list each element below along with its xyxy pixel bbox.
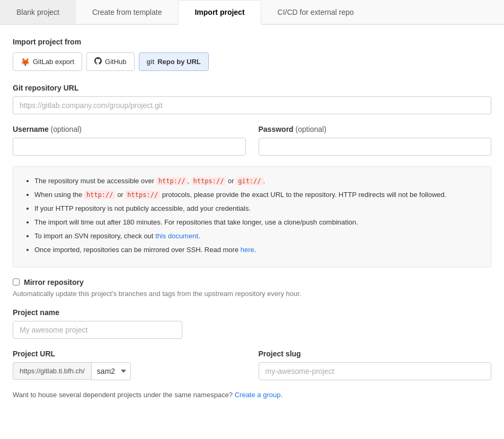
project-slug-input[interactable]	[259, 362, 492, 380]
code-https2: https://	[125, 191, 160, 199]
source-btn-git-url[interactable]: git Repo by URL	[139, 52, 209, 71]
mirror-label[interactable]: Mirror repository	[24, 278, 84, 286]
tab-bar: Blank project Create from template Impor…	[0, 0, 504, 25]
password-group: Password (optional)	[259, 125, 492, 156]
source-btn-github-label: GitHub	[105, 58, 126, 66]
import-source-section: Import project from 🦊 GitLab export GitH…	[13, 38, 491, 71]
info-item-3: If your HTTP repository is not publicly …	[34, 203, 480, 214]
mirror-checkbox[interactable]	[13, 279, 20, 285]
source-btn-github[interactable]: GitHub	[86, 52, 134, 71]
tab-import-project[interactable]: Import project	[178, 0, 261, 25]
main-content: Import project from 🦊 GitLab export GitH…	[0, 25, 504, 411]
project-name-input[interactable]	[13, 321, 182, 339]
info-item-2: When using the http:// or https:// proto…	[34, 189, 480, 201]
namespace-select[interactable]: sam2	[91, 362, 131, 380]
code-https1: https://	[191, 177, 226, 185]
code-http2: http://	[84, 191, 116, 199]
tab-cicd-external[interactable]: CI/CD for external repo	[261, 0, 370, 24]
git-icon: git	[147, 58, 155, 66]
create-group-link[interactable]: Create a group.	[235, 391, 282, 399]
project-name-group: Project name	[13, 308, 491, 339]
git-url-group: Git repository URL	[13, 84, 491, 114]
project-slug-group: Project slug	[259, 350, 492, 380]
username-input[interactable]	[13, 138, 246, 156]
source-btn-gitlab-label: GitLab export	[33, 58, 74, 66]
credentials-row: Username (optional) Password (optional)	[13, 125, 491, 156]
project-name-label: Project name	[13, 308, 491, 317]
here-link[interactable]: here	[241, 246, 254, 254]
project-url-input-row: https://gitlab.ti.bfh.ch/ sam2	[13, 362, 246, 380]
project-url-group: Project URL https://gitlab.ti.bfh.ch/ sa…	[13, 350, 246, 380]
source-btn-git-label: Repo by URL	[157, 58, 201, 66]
url-prefix: https://gitlab.ti.bfh.ch/	[13, 362, 91, 380]
password-label: Password (optional)	[259, 125, 492, 133]
mirror-description: Automatically update this project's bran…	[13, 290, 491, 298]
import-source-title: Import project from	[13, 38, 491, 46]
mirror-row: Mirror repository	[13, 278, 491, 286]
info-box: The repository must be accessible over h…	[13, 166, 491, 267]
username-group: Username (optional)	[13, 125, 246, 156]
info-item-1: The repository must be accessible over h…	[34, 175, 480, 187]
info-item-4: The import will time out after 180 minut…	[34, 217, 480, 228]
git-url-label: Git repository URL	[13, 84, 491, 92]
username-label: Username (optional)	[13, 125, 246, 133]
want-group-text: Want to house several dependent projects…	[13, 391, 491, 399]
project-url-label: Project URL	[13, 350, 246, 358]
github-icon	[94, 57, 102, 66]
code-http1: http://	[156, 177, 188, 185]
git-url-input[interactable]	[13, 96, 491, 114]
tab-create-from-template[interactable]: Create from template	[76, 0, 179, 24]
source-btn-gitlab-export[interactable]: 🦊 GitLab export	[13, 52, 82, 71]
this-document-link[interactable]: this document	[155, 232, 198, 240]
password-input[interactable]	[259, 138, 492, 156]
info-item-5: To import an SVN repository, check out t…	[34, 230, 480, 242]
info-list: The repository must be accessible over h…	[24, 175, 480, 256]
code-git: git://	[236, 177, 263, 185]
import-source-buttons: 🦊 GitLab export GitHub git Repo by URL	[13, 52, 491, 71]
info-item-6: Once imported, repositories can be mirro…	[34, 244, 480, 256]
gitlab-icon: 🦊	[21, 58, 30, 66]
project-url-slug-row: Project URL https://gitlab.ti.bfh.ch/ sa…	[13, 350, 491, 380]
tab-blank-project[interactable]: Blank project	[0, 0, 76, 24]
project-slug-label: Project slug	[259, 350, 492, 358]
